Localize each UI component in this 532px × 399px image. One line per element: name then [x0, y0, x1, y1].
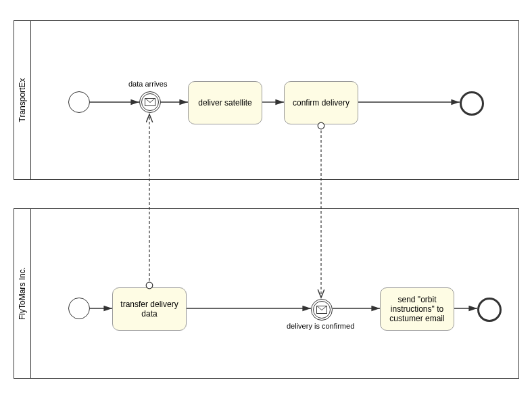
envelope-icon [145, 98, 155, 106]
task-deliver-satellite[interactable]: deliver satellite [188, 81, 262, 124]
task-transfer-delivery-data[interactable]: transfer delivery data [112, 287, 187, 331]
event-label: data arrives [128, 80, 167, 88]
pool-title: TransportEx [18, 78, 27, 122]
start-event-bottom[interactable] [68, 298, 90, 319]
end-event-bottom[interactable] [477, 298, 502, 322]
task-label: transfer delivery data [116, 300, 183, 319]
task-confirm-delivery[interactable]: confirm delivery [284, 81, 358, 124]
task-label: send "orbit instructions" to custumer em… [383, 295, 451, 323]
event-label: delivery is confirmed [287, 322, 354, 330]
bpmn-canvas: TransportEx FlyToMars Inc. data arrives … [0, 0, 532, 399]
pool-label-flytomars: FlyToMars Inc. [14, 209, 31, 378]
end-event-top[interactable] [460, 91, 484, 116]
intermediate-msg-event-data-arrives[interactable] [139, 91, 161, 113]
intermediate-msg-event-delivery-confirmed[interactable] [311, 299, 333, 321]
envelope-icon [316, 306, 327, 314]
task-label: confirm delivery [293, 98, 349, 108]
task-label: deliver satellite [198, 98, 251, 108]
pool-label-transportex: TransportEx [14, 21, 31, 179]
start-event-top[interactable] [68, 91, 90, 113]
pool-title: FlyToMars Inc. [18, 267, 27, 320]
task-send-orbit-instructions[interactable]: send "orbit instructions" to custumer em… [380, 287, 454, 331]
